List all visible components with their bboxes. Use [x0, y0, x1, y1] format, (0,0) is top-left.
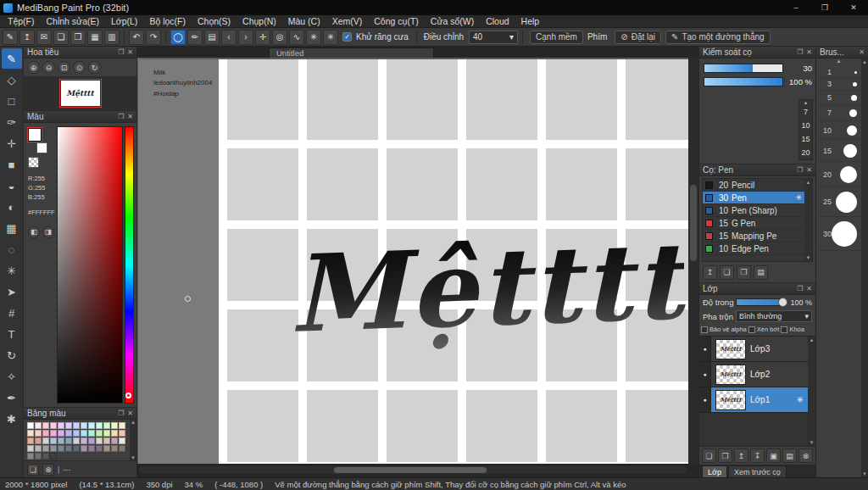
brush-logo-icon[interactable]: ✎: [3, 30, 18, 45]
palette-swatch[interactable]: [65, 422, 72, 429]
merge-layer-icon[interactable]: ▣: [766, 448, 781, 463]
palette-swatch[interactable]: [27, 430, 34, 437]
close-button[interactable]: ✕: [839, 0, 868, 15]
saturation-value-picker[interactable]: [57, 126, 123, 404]
layer-down-icon[interactable]: ↧: [750, 448, 765, 463]
eraser-tool[interactable]: ◇: [2, 70, 22, 90]
palette-scrollbar[interactable]: ▲ ▼: [130, 420, 136, 460]
palette-swatch[interactable]: [35, 445, 42, 452]
palette-swatch[interactable]: [27, 437, 34, 444]
menu-item[interactable]: Help: [515, 16, 546, 26]
save-icon[interactable]: ↥: [19, 30, 35, 45]
palette-swatch[interactable]: [103, 437, 110, 444]
blend-mode-select[interactable]: Bình thường ▾: [736, 310, 812, 322]
brush-item[interactable]: 15 G Pen ✳: [703, 217, 804, 230]
select-tool[interactable]: ▦: [2, 218, 22, 238]
reset-rotation-icon[interactable]: ↻: [88, 61, 101, 74]
close-panel-icon[interactable]: ✕: [127, 48, 133, 56]
palette-swatch[interactable]: [103, 422, 110, 429]
new-page-icon[interactable]: ❏: [53, 30, 69, 45]
palette-swatch[interactable]: [119, 430, 125, 437]
palette-swatch[interactable]: [73, 445, 80, 452]
add-to-palette-icon[interactable]: ◨: [42, 226, 54, 238]
canvas[interactable]: Milk ledoanthuylinh2004 #Hoidap Mệtttt: [138, 59, 698, 464]
adjust-select[interactable]: 40 ▾: [469, 31, 518, 44]
move-tool[interactable]: ✛: [2, 133, 22, 153]
delete-layer-icon[interactable]: ⊗: [798, 448, 813, 463]
layer-row[interactable]: ● Mệtttt Lớp2 ✳: [699, 362, 808, 387]
round-brush-icon[interactable]: ◯: [170, 30, 186, 45]
correction-tool[interactable]: ✑: [2, 112, 22, 132]
palette-swatch[interactable]: [111, 445, 118, 452]
palette-swatch[interactable]: [96, 445, 103, 452]
color-mode-icon[interactable]: ◧: [28, 226, 40, 238]
palette-swatch[interactable]: [111, 437, 118, 444]
palette-swatch[interactable]: [96, 437, 103, 444]
brush-size-option[interactable]: 1: [816, 67, 861, 78]
palette-swatch[interactable]: [42, 422, 49, 429]
brush-opacity-slider[interactable]: [704, 77, 783, 86]
magic-wand-tool[interactable]: ✳: [2, 260, 22, 281]
delete-swatch-button[interactable]: ⊗: [42, 464, 54, 476]
close-panel-icon[interactable]: ✕: [806, 285, 812, 292]
angle-right-icon[interactable]: ›: [238, 30, 253, 45]
maximize-button[interactable]: ❐: [810, 0, 839, 15]
palette-swatch[interactable]: [27, 445, 34, 452]
brush-size-option[interactable]: 30: [816, 217, 861, 251]
lasso-tool[interactable]: ◌: [2, 239, 22, 259]
new-brush-icon[interactable]: ❏: [720, 265, 734, 280]
menu-item[interactable]: Cloud: [480, 16, 515, 26]
zoom-in-icon[interactable]: ⊕: [27, 61, 40, 74]
brush-item[interactable]: 30 Pen ✳: [703, 192, 804, 204]
scroll-down-icon[interactable]: ▼: [131, 455, 136, 460]
clipping-checkbox[interactable]: [748, 326, 755, 333]
palette-swatch[interactable]: [65, 437, 72, 444]
layer-row[interactable]: ● Mệtttt Lớp1 ✳: [699, 387, 808, 413]
frame-tool[interactable]: □: [2, 91, 22, 111]
size-preset[interactable]: 15: [801, 132, 810, 146]
layer-settings-icon[interactable]: ✳: [797, 395, 804, 404]
menu-item[interactable]: Tệp(F): [2, 16, 41, 26]
palette-swatch[interactable]: [119, 422, 125, 429]
float-panel-icon[interactable]: ❐: [118, 409, 124, 417]
palette-swatch[interactable]: [42, 445, 49, 452]
reset-button[interactable]: ⊘ Đặt lại: [615, 31, 661, 44]
hatch-brush-icon[interactable]: ▤: [204, 30, 220, 45]
float-panel-icon[interactable]: ❐: [118, 48, 124, 56]
brush-tool[interactable]: ✎: [2, 48, 22, 69]
brush-size-option[interactable]: 20: [816, 162, 861, 187]
palette-swatch[interactable]: [42, 453, 49, 459]
menu-item[interactable]: Chụp(N): [236, 16, 282, 26]
duplicate-brush-icon[interactable]: ❐: [737, 265, 751, 280]
menu-item[interactable]: Chọn(S): [192, 16, 236, 26]
soft-edge-button[interactable]: Cạnh mềm: [530, 31, 583, 44]
background-color-swatch[interactable]: [36, 142, 47, 153]
palette-swatch[interactable]: [88, 437, 95, 444]
palette-swatch[interactable]: [73, 422, 80, 429]
palette-swatch[interactable]: [88, 430, 95, 437]
foreground-color-swatch[interactable]: [28, 128, 42, 142]
divide-tool[interactable]: #: [2, 303, 22, 323]
palette-swatch[interactable]: [96, 430, 103, 437]
sizes-scrollbar[interactable]: ▲ ▼: [861, 58, 868, 477]
brush-item[interactable]: 10 Pen (Sharp) ✳: [703, 204, 804, 217]
undo-button[interactable]: ↶: [129, 30, 144, 45]
navigator-thumbnail[interactable]: Mệtttt: [61, 81, 100, 106]
fit-screen-icon[interactable]: ⊡: [58, 61, 70, 74]
settings2-icon[interactable]: ✳: [323, 30, 338, 45]
layer-folder-icon[interactable]: ▤: [782, 448, 797, 463]
palette-swatch[interactable]: [35, 422, 42, 429]
float-panel-icon[interactable]: ❐: [797, 166, 803, 174]
comment-icon[interactable]: ✉: [36, 30, 52, 45]
alpha-protect-checkbox[interactable]: [701, 326, 708, 333]
zoom-out-icon[interactable]: ⊖: [42, 61, 55, 74]
palette-swatch[interactable]: [65, 445, 72, 452]
close-panel-icon[interactable]: ✕: [127, 113, 133, 120]
eyedropper-tool[interactable]: ✧: [2, 366, 22, 387]
menu-item[interactable]: Chỉnh sửa(E): [41, 16, 105, 26]
transparent-color-swatch[interactable]: [28, 157, 39, 168]
palette-swatch[interactable]: [81, 422, 87, 429]
bucket-tool[interactable]: ◒: [2, 175, 22, 196]
size-preset[interactable]: 7: [804, 106, 808, 120]
gradient-tool[interactable]: ◐: [2, 197, 22, 217]
